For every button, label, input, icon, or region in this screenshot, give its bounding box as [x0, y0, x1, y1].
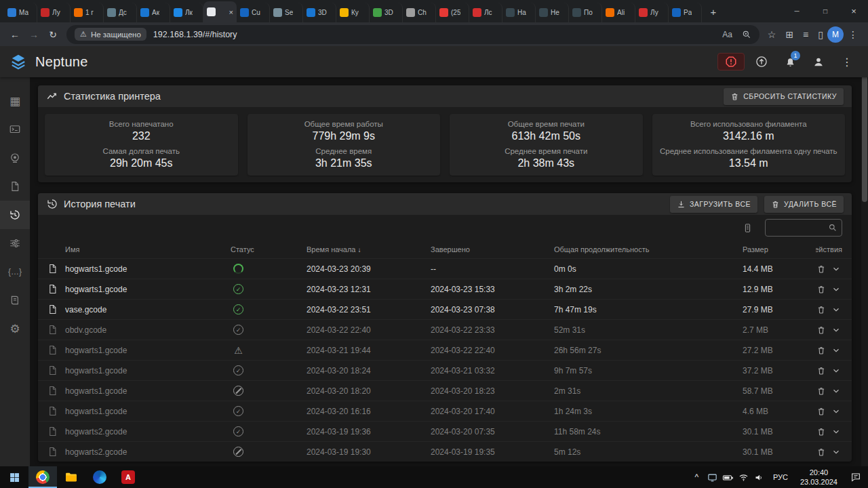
zoom-indicator-icon[interactable] [742, 30, 751, 39]
tab-close-icon[interactable]: × [229, 8, 233, 16]
search-box[interactable] [765, 219, 842, 237]
translate-icon[interactable]: Aа [722, 30, 732, 39]
page-scrollbar[interactable] [861, 46, 868, 466]
delete-job-icon[interactable] [816, 325, 826, 335]
search-input[interactable] [770, 223, 825, 232]
delete-job-icon[interactable] [816, 427, 826, 436]
taskbar-browser-icon[interactable] [85, 466, 114, 488]
history-row[interactable]: hogwarts2.gcode 2024-03-19 19:36 2024-03… [38, 421, 852, 441]
reset-stats-button[interactable]: СБРОСИТЬ СТАТИСТИКУ [724, 88, 844, 105]
sidebar-item-settings[interactable]: ⚙ [0, 314, 30, 343]
language-indicator[interactable]: РУС [767, 473, 794, 481]
history-row[interactable]: hogwarts1.gcode 2024-03-21 19:44 2024-03… [38, 340, 852, 360]
delete-job-icon[interactable] [816, 346, 826, 355]
history-row[interactable]: hogwarts1.gcode 2024-03-20 18:20 2024-03… [38, 380, 852, 401]
reading-list-icon[interactable]: ≡ [803, 29, 808, 40]
history-row[interactable]: obdv.gcode 2024-03-22 22:40 2024-03-22 2… [38, 319, 852, 340]
jobs-list-icon[interactable] [743, 223, 753, 233]
browser-tab[interactable]: 3D × [370, 3, 403, 22]
start-button[interactable] [0, 466, 28, 488]
expand-row-chevron-icon[interactable] [831, 407, 841, 416]
delete-job-icon[interactable] [816, 264, 826, 274]
delete-job-icon[interactable] [816, 447, 826, 457]
expand-row-chevron-icon[interactable] [831, 346, 841, 355]
browser-tab[interactable]: Se × [270, 3, 303, 22]
action-center-icon[interactable] [844, 466, 868, 488]
download-all-button[interactable]: ЗАГРУЗИТЬ ВСЕ [670, 196, 757, 213]
sidebar-item-config[interactable] [0, 286, 30, 314]
bookmark-star-icon[interactable]: ☆ [768, 29, 776, 40]
taskbar-chrome-icon[interactable] [28, 466, 57, 488]
new-tab-button[interactable]: + [705, 3, 722, 20]
browser-tab[interactable]: Лс × [469, 3, 502, 22]
browser-tab[interactable]: Лу × [37, 3, 71, 22]
history-row[interactable]: hogwarts1.gcode 2024-03-23 20:39 -- 0m 0… [38, 258, 852, 279]
browser-tab[interactable]: Ali × [602, 3, 635, 22]
tray-expand-chevron-icon[interactable]: ^ [689, 472, 705, 482]
expand-row-chevron-icon[interactable] [831, 386, 841, 396]
browser-tab[interactable]: × [203, 1, 237, 22]
delete-job-icon[interactable] [816, 386, 826, 396]
history-row[interactable]: hogwarts1.gcode 2024-03-20 16:16 2024-03… [38, 401, 852, 421]
expand-row-chevron-icon[interactable] [831, 264, 841, 274]
history-row[interactable]: hogwarts1.gcode 2024-03-23 12:31 2024-03… [38, 279, 852, 299]
browser-tab[interactable]: Ch × [403, 3, 436, 22]
browser-tab[interactable]: Лк × [170, 3, 203, 22]
sidebar-item-tune[interactable] [0, 229, 30, 258]
forward-button[interactable]: → [24, 25, 43, 44]
volume-icon[interactable] [751, 472, 767, 483]
delete-all-button[interactable]: УДАЛИТЬ ВСЁ [764, 196, 844, 213]
wifi-icon[interactable] [736, 472, 751, 483]
taskbar-clock[interactable]: 20:40 23.03.2024 [794, 468, 844, 487]
security-chip[interactable]: ⚠ Не защищено [75, 28, 146, 41]
window-minimize-button[interactable]: ─ [783, 0, 811, 22]
history-row[interactable]: hogwarts1.gcode 2024-03-20 18:24 2024-03… [38, 360, 852, 380]
browser-tab[interactable]: Ак × [137, 3, 170, 22]
browser-tab[interactable]: Pa × [669, 3, 702, 22]
sidebar-item-files[interactable] [0, 172, 30, 201]
sidebar-item-macros[interactable]: {…} [0, 258, 30, 286]
reload-button[interactable]: ↻ [43, 25, 62, 44]
browser-tab[interactable]: Лу × [635, 3, 669, 22]
expand-row-chevron-icon[interactable] [831, 427, 841, 436]
extensions-icon[interactable]: ⊞ [785, 29, 793, 40]
profile-avatar[interactable]: М [827, 26, 844, 43]
sidebar-item-dashboard[interactable]: ▦ [0, 87, 30, 115]
battery-icon[interactable] [720, 472, 736, 483]
browser-tab[interactable]: 1 г × [71, 3, 104, 22]
back-button[interactable]: ← [5, 25, 24, 44]
delete-job-icon[interactable] [816, 366, 826, 375]
notifications-bell-icon[interactable]: 1 [778, 50, 802, 73]
browser-tab[interactable]: Ку × [336, 3, 370, 22]
address-bar[interactable]: ⚠ Не защищено 192.168.1.39/#/history Aа [66, 25, 760, 44]
column-size[interactable]: Размер [743, 245, 816, 253]
side-panel-icon[interactable]: ▯ [818, 29, 823, 40]
browser-tab[interactable]: Cu × [237, 3, 270, 22]
sidebar-item-console[interactable] [0, 115, 30, 144]
column-duration[interactable]: Общая продолжительность [554, 245, 743, 253]
expand-row-chevron-icon[interactable] [831, 447, 841, 457]
sidebar-item-camera[interactable] [0, 144, 30, 172]
browser-menu-icon[interactable]: ⋮ [844, 25, 863, 44]
emergency-stop-button[interactable] [717, 53, 745, 70]
upload-print-icon[interactable] [750, 50, 773, 73]
delete-job-icon[interactable] [816, 305, 826, 314]
window-close-button[interactable]: × [840, 0, 868, 22]
column-start[interactable]: Время начала ↓ [307, 245, 431, 253]
delete-job-icon[interactable] [816, 285, 826, 294]
browser-tab[interactable]: Дс × [104, 3, 137, 22]
browser-tab[interactable]: 3D × [303, 3, 336, 22]
column-end[interactable]: Завершено [431, 245, 554, 253]
browser-tab[interactable]: Ма × [4, 3, 37, 22]
browser-tab[interactable]: (25 × [436, 3, 469, 22]
user-account-icon[interactable] [807, 50, 830, 73]
expand-row-chevron-icon[interactable] [831, 285, 841, 294]
browser-tab[interactable]: He × [536, 3, 569, 22]
browser-tab[interactable]: По × [569, 3, 602, 22]
expand-row-chevron-icon[interactable] [831, 366, 841, 375]
window-maximize-button[interactable]: □ [811, 0, 840, 22]
expand-row-chevron-icon[interactable] [831, 325, 841, 335]
tray-display-icon[interactable] [705, 472, 720, 483]
history-row[interactable]: vase.gcode 2024-03-22 23:51 2024-03-23 0… [38, 299, 852, 319]
history-row[interactable]: hogwarts2.gcode 2024-03-19 19:30 2024-03… [38, 441, 852, 462]
